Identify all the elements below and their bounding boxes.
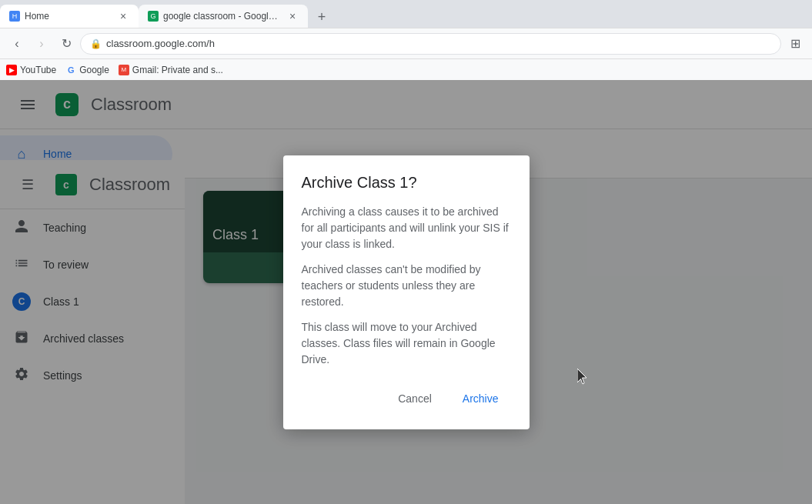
tab-home-favicon: H [9,11,20,22]
dialog-body: Archiving a class causes it to be archiv… [302,204,511,368]
tab-home[interactable]: H Home × [0,5,139,28]
bookmark-youtube[interactable]: ▶ YouTube [6,65,56,75]
lock-icon: 🔒 [90,38,102,49]
address-bar[interactable]: 🔒 classroom.google.com/h [80,33,781,55]
google-favicon: G [65,65,76,75]
tab-gc-title: google classroom - Google Se... [163,11,282,22]
archive-button[interactable]: Archive [450,386,511,411]
dialog-actions: Cancel Archive [302,386,511,411]
archive-dialog: Archive Class 1? Archiving a class cause… [283,155,530,429]
gmail-favicon: M [119,65,129,75]
tab-home-close[interactable]: × [117,10,129,22]
new-tab-button[interactable]: + [311,6,332,28]
dialog-paragraph2: Archived classes can't be modified by te… [302,262,511,310]
dialog-paragraph3: This class will move to your Archived cl… [302,319,511,368]
youtube-favicon: ▶ [6,65,17,75]
forward-button[interactable]: › [31,33,52,55]
nav-bar: ‹ › ↻ 🔒 classroom.google.com/h ⊞ [0,28,812,58]
dialog-paragraph1: Archiving a class causes it to be archiv… [302,204,511,252]
tab-home-title: Home [25,11,112,22]
tab-bar: H Home × G google classroom - Google Se.… [0,0,812,28]
tab-google-classroom[interactable]: G google classroom - Google Se... × [139,5,308,28]
bookmark-gmail[interactable]: M Gmail: Private and s... [119,65,223,75]
cancel-button[interactable]: Cancel [386,386,444,411]
bookmark-google[interactable]: G Google [65,65,109,75]
bookmarks-bar: ▶ YouTube G Google M Gmail: Private and … [0,58,812,80]
browser-chrome: H Home × G google classroom - Google Se.… [0,0,812,80]
reload-button[interactable]: ↻ [55,33,77,55]
cursor-indicator [577,369,593,390]
modal-overlay: Archive Class 1? Archiving a class cause… [0,80,812,504]
address-text: classroom.google.com/h [106,38,215,49]
tab-gc-favicon: G [148,11,159,22]
extensions-button[interactable]: ⊞ [784,33,806,55]
back-button[interactable]: ‹ [6,33,28,55]
dialog-title: Archive Class 1? [302,174,511,192]
tab-gc-close[interactable]: × [286,10,299,22]
